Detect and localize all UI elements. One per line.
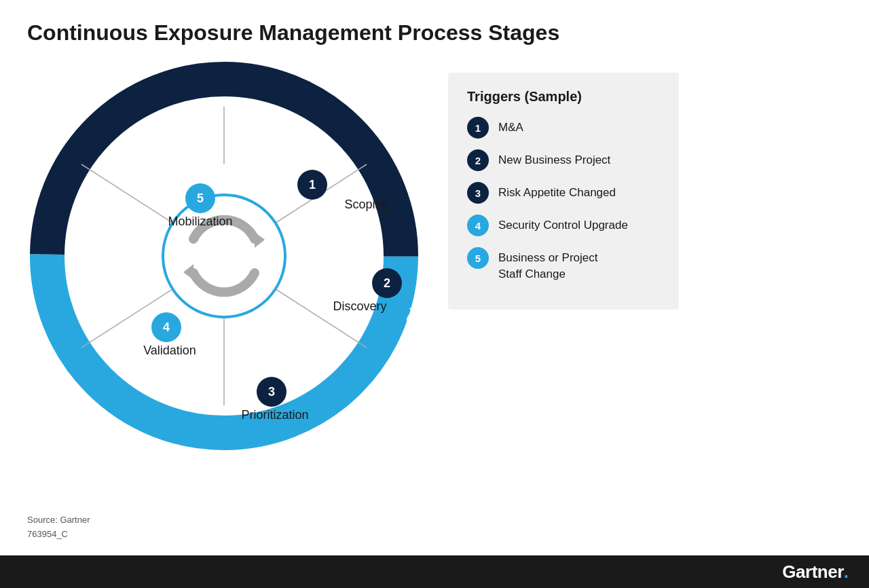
trigger-item-3: 3 Risk Appetite Changed	[467, 182, 660, 204]
trigger-text-2: New Business Project	[498, 149, 610, 168]
gartner-logo-text: Gartner	[782, 562, 843, 582]
diagram-area: 1 Scoping 2 Discovery 3 Prioritization 4…	[27, 59, 842, 453]
trigger-item-2: 2 New Business Project	[467, 149, 660, 171]
source-code: 763954_C	[27, 528, 90, 542]
trigger-badge-1: 1	[467, 117, 489, 139]
svg-text:Mobilization: Mobilization	[168, 215, 232, 228]
triggers-title: Triggers (Sample)	[467, 89, 660, 105]
trigger-badge-5: 5	[467, 247, 489, 269]
trigger-badge-2: 2	[467, 149, 489, 171]
svg-text:5: 5	[197, 191, 204, 205]
trigger-item-4: 4 Security Control Upgrade	[467, 215, 660, 236]
footer-bar: Gartner.	[0, 555, 869, 588]
triggers-box: Triggers (Sample) 1 M&A 2 New Business P…	[448, 73, 679, 310]
trigger-badge-3: 3	[467, 182, 489, 204]
gartner-logo-dot: .	[844, 562, 849, 582]
svg-text:3: 3	[268, 385, 275, 399]
svg-text:4: 4	[163, 320, 170, 334]
gartner-logo: Gartner.	[782, 562, 849, 583]
svg-text:Validation: Validation	[143, 344, 196, 357]
circle-diagram: 1 Scoping 2 Discovery 3 Prioritization 4…	[27, 59, 421, 453]
trigger-text-5: Business or ProjectStaff Change	[498, 247, 597, 282]
page-title: Continuous Exposure Management Process S…	[27, 20, 842, 45]
trigger-item-5: 5 Business or ProjectStaff Change	[467, 247, 660, 282]
svg-text:2: 2	[384, 276, 390, 290]
source-label: Source: Gartner	[27, 513, 90, 528]
main-content: Continuous Exposure Management Process S…	[0, 0, 869, 453]
svg-text:1: 1	[309, 178, 316, 191]
trigger-text-1: M&A	[498, 117, 523, 136]
svg-text:Prioritization: Prioritization	[241, 408, 308, 422]
svg-text:Scoping: Scoping	[344, 198, 388, 211]
trigger-text-3: Risk Appetite Changed	[498, 182, 616, 201]
trigger-badge-4: 4	[467, 215, 489, 236]
source-info: Source: Gartner 763954_C	[27, 513, 90, 542]
svg-point-11	[163, 195, 285, 317]
trigger-item-1: 1 M&A	[467, 117, 660, 139]
trigger-text-4: Security Control Upgrade	[498, 215, 628, 234]
svg-text:Discovery: Discovery	[333, 299, 386, 313]
